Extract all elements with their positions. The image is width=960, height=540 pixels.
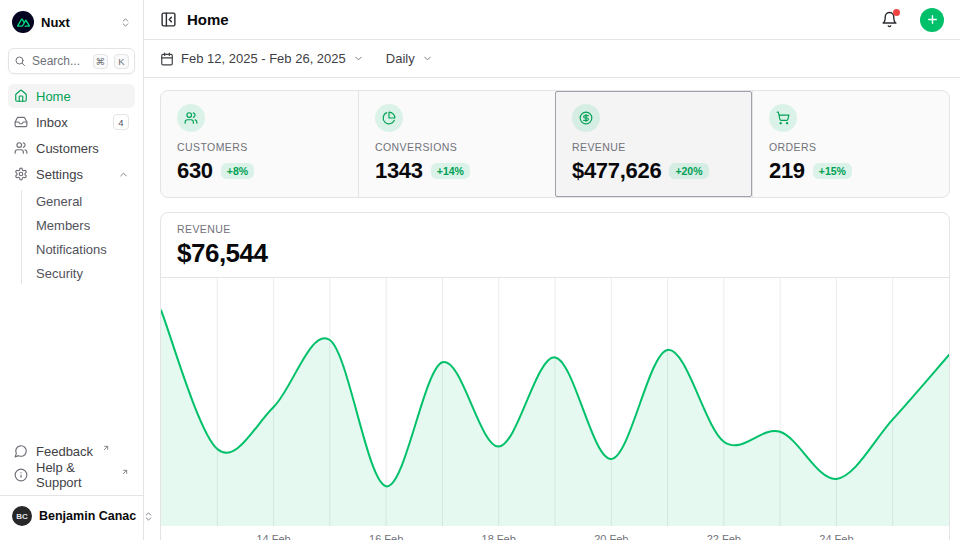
- filters-toolbar: Feb 12, 2025 - Feb 26, 2025 Daily: [144, 40, 960, 78]
- notification-dot: [893, 9, 900, 16]
- sidebar-item-label: Feedback: [36, 444, 93, 459]
- stat-label: CUSTOMERS: [177, 141, 342, 153]
- notifications-button[interactable]: [881, 11, 898, 28]
- subnav-label: Members: [36, 218, 90, 233]
- stat-delta-badge: +8%: [221, 163, 254, 180]
- dollar-circle-icon: [572, 104, 600, 132]
- avatar: BC: [12, 506, 32, 526]
- chart-current-value: $76,544: [177, 238, 933, 269]
- main-header: Home: [144, 0, 960, 40]
- sidebar-item-members[interactable]: Members: [22, 214, 135, 236]
- revenue-chart-card: REVENUE $76,544 14 Feb16 Feb18 Feb20 Feb…: [160, 212, 950, 540]
- users-icon: [14, 141, 28, 155]
- calendar-icon: [160, 52, 174, 66]
- stat-delta-badge: +15%: [813, 163, 852, 180]
- stat-value: 219: [769, 158, 805, 184]
- search-input[interactable]: Search... ⌘ K: [8, 48, 135, 74]
- x-axis-label: 24 Feb: [819, 533, 853, 540]
- team-switcher[interactable]: Nuxt: [8, 8, 135, 36]
- stat-value: 630: [177, 158, 213, 184]
- pie-chart-icon: [375, 104, 403, 132]
- sidebar-top: Nuxt Search... ⌘ K Home: [8, 8, 135, 286]
- gear-icon: [14, 167, 28, 181]
- search-icon: [14, 55, 26, 67]
- date-range-value: Feb 12, 2025 - Feb 26, 2025: [181, 51, 346, 66]
- sidebar-collapse-button[interactable]: [160, 11, 177, 28]
- stat-card-conversions[interactable]: CONVERSIONS 1343 +14%: [358, 91, 555, 197]
- sidebar-item-inbox[interactable]: Inbox 4: [8, 110, 135, 134]
- chart-body[interactable]: 14 Feb16 Feb18 Feb20 Feb22 Feb24 Feb: [161, 278, 949, 540]
- chevrons-up-down-icon: [120, 17, 131, 28]
- chart-label: REVENUE: [177, 223, 933, 235]
- stat-card-customers[interactable]: CUSTOMERS 630 +8%: [161, 91, 358, 197]
- inbox-icon: [14, 115, 28, 129]
- subnav-label: Notifications: [36, 242, 107, 257]
- subnav-label: Security: [36, 266, 83, 281]
- stat-value: $477,626: [572, 158, 661, 184]
- stat-label: REVENUE: [572, 141, 736, 153]
- stat-delta-badge: +14%: [431, 163, 470, 180]
- user-menu[interactable]: BC Benjamin Canac: [8, 500, 135, 532]
- chart-header: REVENUE $76,544: [161, 213, 949, 278]
- sidebar-nav: Home Inbox 4 Customers: [8, 84, 135, 286]
- date-range-picker[interactable]: Feb 12, 2025 - Feb 26, 2025: [160, 51, 364, 66]
- period-value: Daily: [386, 51, 415, 66]
- add-button[interactable]: [920, 8, 944, 32]
- divider: [0, 495, 143, 496]
- sidebar-item-customers[interactable]: Customers: [8, 136, 135, 160]
- sidebar-item-label: Home: [36, 89, 129, 104]
- sidebar-item-label: Help & Support: [36, 460, 112, 490]
- period-select[interactable]: Daily: [386, 51, 433, 66]
- plus-icon: [926, 13, 939, 26]
- team-name: Nuxt: [41, 15, 113, 30]
- search-placeholder: Search...: [32, 54, 87, 68]
- x-axis-label: 20 Feb: [594, 533, 628, 540]
- app-window: Nuxt Search... ⌘ K Home: [0, 0, 960, 540]
- sidebar: Nuxt Search... ⌘ K Home: [0, 0, 144, 540]
- chevron-down-icon: [353, 53, 364, 64]
- stat-value: 1343: [375, 158, 423, 184]
- x-axis-labels: 14 Feb16 Feb18 Feb20 Feb22 Feb24 Feb: [256, 533, 853, 540]
- sidebar-item-label: Customers: [36, 141, 129, 156]
- info-icon: [14, 468, 28, 482]
- subnav-label: General: [36, 194, 82, 209]
- page-title: Home: [187, 11, 871, 28]
- sidebar-item-notifications[interactable]: Notifications: [22, 238, 135, 260]
- sidebar-item-settings[interactable]: Settings: [8, 162, 135, 186]
- x-axis-label: 22 Feb: [707, 533, 741, 540]
- main-area: Home Feb 12, 2025 - Feb 26, 2025 Daily: [144, 0, 960, 540]
- stat-delta-badge: +20%: [669, 163, 708, 180]
- inbox-count-badge: 4: [113, 114, 129, 130]
- nuxt-logo-icon: [12, 11, 34, 33]
- chevron-down-icon: [422, 53, 433, 64]
- sidebar-item-label: Settings: [36, 167, 110, 182]
- stat-label: ORDERS: [769, 141, 933, 153]
- cart-icon: [769, 104, 797, 132]
- chevron-up-icon: [118, 169, 129, 180]
- sidebar-item-general[interactable]: General: [22, 190, 135, 212]
- external-link-icon: [121, 468, 129, 476]
- stats-panel: CUSTOMERS 630 +8% CONVERSIONS 1343 +14%: [160, 90, 950, 198]
- kbd-k: K: [114, 54, 129, 69]
- sidebar-item-label: Inbox: [36, 115, 105, 130]
- users-icon: [177, 104, 205, 132]
- content: CUSTOMERS 630 +8% CONVERSIONS 1343 +14%: [144, 78, 960, 540]
- sidebar-bottom: Feedback Help & Support BC Benjamin Cana…: [8, 439, 135, 532]
- settings-subnav: General Members Notifications Security: [21, 190, 135, 284]
- stat-label: CONVERSIONS: [375, 141, 539, 153]
- sidebar-item-security[interactable]: Security: [22, 262, 135, 284]
- external-link-icon: [102, 444, 110, 452]
- kbd-meta: ⌘: [93, 54, 109, 69]
- x-axis-label: 16 Feb: [369, 533, 403, 540]
- x-axis-label: 18 Feb: [482, 533, 516, 540]
- sidebar-item-home[interactable]: Home: [8, 84, 135, 108]
- stat-card-orders[interactable]: ORDERS 219 +15%: [752, 91, 949, 197]
- revenue-area-chart: 14 Feb16 Feb18 Feb20 Feb22 Feb24 Feb: [161, 278, 949, 540]
- stat-card-revenue[interactable]: REVENUE $477,626 +20%: [555, 91, 752, 197]
- sidebar-item-help-support[interactable]: Help & Support: [8, 463, 135, 487]
- message-circle-icon: [14, 444, 28, 458]
- user-name: Benjamin Canac: [39, 509, 136, 523]
- home-icon: [14, 89, 28, 103]
- x-axis-label: 14 Feb: [256, 533, 290, 540]
